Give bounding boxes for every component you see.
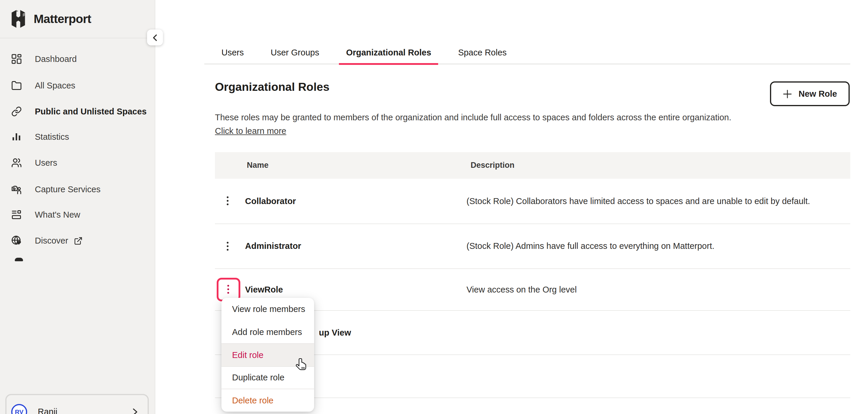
role-description: View access on the Org level — [466, 284, 577, 294]
sidebar-item-discover[interactable]: Discover — [0, 228, 155, 253]
sidebar-item-label: Dashboard — [35, 54, 77, 64]
sidebar-item-label: Public and Unlisted Spaces — [35, 107, 147, 116]
sidebar-item-label: What's New — [35, 210, 80, 219]
sidebar-item-capture-services[interactable]: Capture Services — [0, 176, 155, 202]
menu-item-label: View role members — [232, 305, 305, 314]
learn-more-link[interactable]: Click to learn more — [215, 126, 286, 136]
menu-item-duplicate-role[interactable]: Duplicate role — [221, 366, 314, 389]
sidebar-divider — [0, 38, 155, 38]
active-tab-underline — [339, 63, 438, 65]
external-link-icon — [74, 236, 83, 245]
chevron-right-icon — [130, 407, 140, 414]
sidebar-item-label: Statistics — [35, 132, 69, 142]
sidebar: Matterport Dashboard All Spaces Public a… — [0, 0, 155, 414]
matterport-logo-mark-icon — [9, 9, 27, 29]
tab-label: Users — [221, 48, 244, 57]
tab-user-groups[interactable]: User Groups — [264, 41, 326, 64]
menu-item-label: Add role members — [232, 327, 302, 337]
table-row-collaborator: Collaborator (Stock Role) Collaborators … — [215, 178, 850, 224]
role-name: Collaborator — [245, 196, 296, 206]
menu-item-label: Edit role — [232, 350, 264, 360]
partial-nav-icon — [15, 258, 23, 261]
tab-organizational-roles[interactable]: Organizational Roles — [339, 41, 438, 64]
menu-item-label: Duplicate role — [232, 373, 284, 382]
avatar-initials: RV — [15, 408, 24, 414]
link-icon — [11, 106, 22, 117]
brand-wordmark: Matterport — [34, 12, 91, 26]
role-name: ViewRole — [245, 284, 283, 294]
menu-item-delete-role[interactable]: Delete role — [221, 389, 314, 411]
role-name: Administrator — [245, 242, 301, 251]
dashboard-icon — [11, 54, 22, 64]
role-description: (Stock Role) Admins have full access to … — [466, 242, 714, 251]
kebab-menu-icon-highlighted[interactable] — [216, 277, 240, 301]
globe-heart-icon — [11, 235, 22, 246]
sidebar-item-whats-new[interactable]: What's New — [0, 202, 155, 228]
table-header-row: Name Description — [215, 152, 850, 178]
capture-camera-icon — [11, 184, 22, 195]
avatar: RV — [11, 404, 27, 414]
matterport-admin-app: Matterport Dashboard All Spaces Public a… — [0, 0, 868, 414]
bar-chart-icon — [11, 132, 22, 142]
kebab-menu-icon[interactable] — [223, 195, 232, 208]
sidebar-item-label: Discover — [35, 236, 68, 245]
roles-tab-bar: Users User Groups Organizational Roles S… — [204, 41, 850, 64]
menu-item-add-role-members[interactable]: Add role members — [221, 320, 314, 343]
sidebar-item-public-unlisted-spaces[interactable]: Public and Unlisted Spaces — [0, 99, 155, 125]
role-context-menu: View role members Add role members Edit … — [221, 298, 314, 411]
tab-space-roles[interactable]: Space Roles — [451, 41, 514, 64]
sidebar-item-users[interactable]: Users — [0, 150, 155, 176]
new-role-button[interactable]: New Role — [770, 81, 850, 106]
sidebar-item-statistics[interactable]: Statistics — [0, 124, 155, 150]
tab-label: User Groups — [271, 48, 319, 57]
menu-item-edit-role[interactable]: Edit role — [221, 343, 314, 366]
column-header-name: Name — [247, 161, 269, 170]
sidebar-item-label: Capture Services — [35, 184, 100, 194]
table-row-administrator: Administrator (Stock Role) Admins have f… — [215, 224, 850, 269]
kebab-menu-icon[interactable] — [223, 240, 232, 253]
page-title: Organizational Roles — [215, 80, 330, 94]
sidebar-item-dashboard[interactable]: Dashboard — [0, 46, 155, 72]
sidebar-item-all-spaces[interactable]: All Spaces — [0, 73, 155, 99]
role-description: (Stock Role) Collaborators have limited … — [466, 196, 810, 206]
plus-icon — [783, 89, 793, 99]
tab-label: Space Roles — [458, 48, 507, 57]
page-intro-text: These roles may be granted to members of… — [215, 113, 794, 122]
whats-new-icon — [11, 209, 22, 220]
column-header-description: Description — [471, 161, 515, 170]
tab-label: Organizational Roles — [346, 48, 431, 57]
matterport-logo[interactable]: Matterport — [9, 7, 91, 31]
menu-item-label: Delete role — [232, 396, 273, 405]
sidebar-item-label: Users — [35, 158, 57, 168]
chevron-left-icon — [151, 33, 159, 42]
sidebar-collapse-button[interactable] — [147, 30, 163, 45]
folder-icon — [11, 80, 22, 91]
tab-users[interactable]: Users — [214, 41, 251, 64]
role-name-fragment: up View — [319, 327, 351, 337]
users-icon — [11, 158, 22, 168]
menu-item-view-role-members[interactable]: View role members — [221, 298, 314, 320]
user-name: Ranji — [38, 407, 130, 414]
sidebar-item-label: All Spaces — [35, 81, 75, 90]
new-role-button-label: New Role — [799, 89, 837, 99]
user-account-card[interactable]: RV Ranji — [5, 394, 149, 414]
